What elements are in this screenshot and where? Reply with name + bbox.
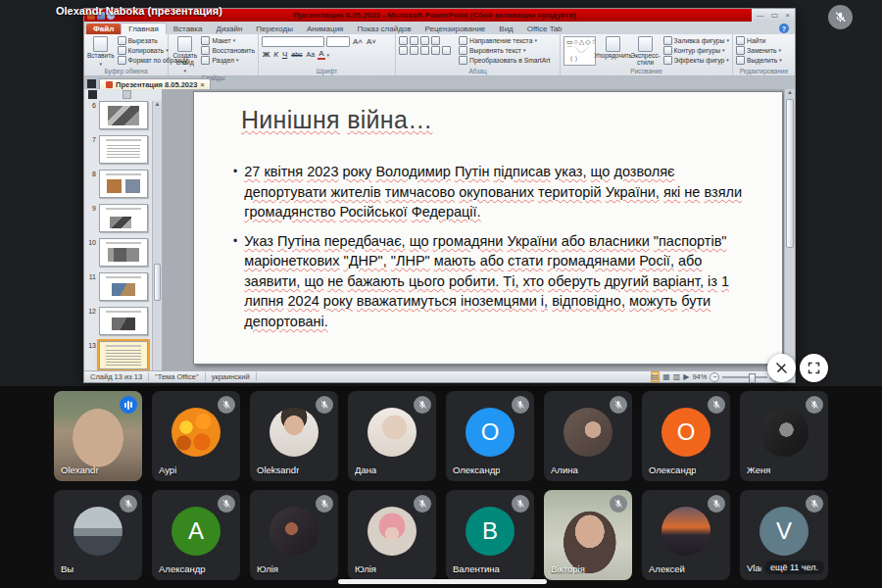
restore-button[interactable]: ▭ — [771, 12, 779, 20]
slide-thumbnail[interactable]: 10 — [88, 238, 162, 267]
thumbnails-scrollbar[interactable]: ▲ — [152, 101, 162, 371]
font-size-select[interactable] — [326, 36, 350, 47]
bullets-icon[interactable] — [399, 36, 408, 45]
participant-tile[interactable]: О Олександр — [446, 391, 534, 481]
change-case-button[interactable]: Аа — [306, 51, 317, 58]
replace-button[interactable]: Заменить▾ — [736, 46, 782, 55]
find-button[interactable]: Найти — [736, 36, 782, 45]
current-slide[interactable]: Нинішня війна… • 27 квітня 2023 року Вол… — [193, 91, 783, 365]
slide-thumbnail[interactable]: 11 — [88, 272, 162, 301]
participant-tile[interactable]: Дана — [348, 391, 436, 481]
align-center-icon[interactable] — [410, 46, 418, 55]
slideshow-button[interactable]: ▶ — [683, 372, 689, 381]
ribbon-tab[interactable]: Office Tab — [520, 24, 569, 34]
participant-tile[interactable]: Olexandr — [54, 391, 142, 481]
participant-tile[interactable]: Алексей — [642, 490, 730, 580]
justify-icon[interactable] — [431, 46, 440, 55]
section-button[interactable]: Раздел▾ — [201, 56, 255, 65]
ribbon-tab[interactable]: Рецензирование — [418, 24, 493, 34]
zoom-slider[interactable] — [722, 376, 767, 378]
shape-fill-button[interactable]: Заливка фигуры▾ — [663, 36, 729, 45]
reading-view-button[interactable]: ▥ — [673, 372, 681, 381]
font-color-button[interactable]: А — [318, 49, 324, 60]
decrease-indent-icon[interactable] — [420, 36, 429, 45]
ribbon-tab[interactable]: Файл — [86, 24, 121, 34]
fullscreen-button[interactable] — [800, 354, 828, 382]
align-left-icon[interactable] — [399, 46, 408, 55]
layout-button[interactable]: Макет▾ — [201, 36, 255, 45]
slide-thumbnail[interactable]: 9 — [88, 204, 162, 232]
bold-button[interactable]: Ж — [262, 50, 270, 59]
ribbon-tab[interactable]: Вставка — [167, 24, 210, 34]
tab-list-icon[interactable] — [87, 79, 96, 88]
select-button[interactable]: Выделить▾ — [736, 56, 782, 65]
underline-button[interactable]: Ч — [281, 50, 288, 59]
slide-thumbnail[interactable]: 6 — [88, 101, 162, 129]
ribbon-tab[interactable]: Вид — [492, 24, 519, 34]
list-buttons[interactable] — [399, 36, 456, 45]
align-right-icon[interactable] — [420, 46, 429, 55]
zoom-out-button[interactable]: − — [710, 372, 719, 382]
ribbon-tab[interactable]: Анимация — [300, 24, 351, 34]
align-text-button[interactable]: Выровнять текст▾ — [459, 46, 550, 55]
italic-button[interactable]: К — [272, 50, 279, 59]
participant-tile[interactable]: Юлія — [348, 490, 436, 580]
status-bar: Слайд 13 из 13 "Тема Office" украинский … — [84, 370, 795, 382]
ribbon-tab[interactable]: Показ слайдов — [350, 24, 417, 34]
ribbon-tab[interactable]: Главная — [121, 23, 166, 34]
participant-tile[interactable]: Женя — [740, 391, 828, 481]
slide-thumbnail[interactable]: 7 — [88, 135, 162, 164]
ribbon-tab[interactable]: Дизайн — [209, 24, 249, 34]
minimize-button[interactable]: — — [757, 12, 764, 20]
slides-pane-tab-icon[interactable] — [88, 90, 97, 99]
font-name-select[interactable] — [262, 36, 324, 47]
ribbon-group-editing: Найти Заменить▾ Выделить▾ Редактирование — [733, 34, 795, 75]
shape-effects-button[interactable]: Эффекты фигур▾ — [663, 56, 729, 65]
ribbon-group-clipboard: Вставить▾ Вырезать Копировать▾ Формат по… — [84, 34, 169, 75]
slide-thumbnail[interactable]: 8 — [88, 170, 162, 198]
shapes-gallery[interactable]: ▭○△◇☆⌒╲╱（） — [564, 36, 596, 66]
tiles-scrollbar[interactable] — [338, 579, 547, 584]
columns-icon[interactable] — [442, 46, 451, 55]
quick-styles-button[interactable]: Экспресс-стили — [631, 36, 661, 67]
participant-tile[interactable]: V Vlady ещё 11 чел. — [740, 490, 828, 580]
help-icon[interactable]: ? — [779, 24, 789, 33]
paste-button[interactable]: Вставить▾ — [87, 36, 115, 67]
participant-tile[interactable]: Вікторія — [544, 490, 632, 580]
close-tab-icon[interactable]: × — [200, 81, 204, 88]
shape-outline-button[interactable]: Контур фигуры▾ — [663, 46, 729, 55]
align-buttons[interactable] — [399, 46, 456, 55]
participant-tile[interactable]: Юлія — [250, 490, 338, 580]
arrange-button[interactable]: Упорядочить — [599, 36, 628, 67]
participant-tile[interactable]: Аурі — [152, 391, 240, 481]
participant-tile[interactable]: Вы — [54, 490, 142, 580]
more-people-badge[interactable]: ещё 11 чел. — [764, 561, 824, 574]
outline-pane-tab-icon[interactable] — [122, 90, 131, 99]
participant-tile[interactable]: Oleksandr — [250, 391, 338, 481]
vertical-scrollbar[interactable]: ▲▲▼ — [784, 89, 795, 371]
participant-name: Олександр — [649, 465, 696, 475]
participant-tile[interactable]: В Валентина — [446, 490, 534, 580]
participant-name: Юлія — [355, 564, 376, 574]
close-button[interactable]: × — [785, 12, 790, 20]
slide-thumbnail[interactable]: 12 — [88, 307, 162, 335]
reset-button[interactable]: Восстановить — [201, 46, 255, 55]
language-indicator[interactable]: украинский — [206, 372, 257, 381]
increase-indent-icon[interactable] — [431, 36, 440, 45]
strikethrough-button[interactable]: abc — [290, 51, 303, 58]
new-slide-button[interactable]: Создать слайд▾ — [172, 36, 198, 74]
annotation-disabled-button[interactable] — [767, 354, 796, 382]
participant-tile[interactable]: А Александр — [152, 490, 240, 580]
avatar-initial: О — [481, 418, 500, 446]
shrink-font-button[interactable]: A˅ — [366, 37, 377, 46]
smartart-button[interactable]: Преобразовать в SmartArt — [459, 56, 550, 65]
participant-tile[interactable]: Алина — [544, 391, 632, 481]
participant-tile[interactable]: О Олександр — [642, 391, 730, 481]
text-direction-button[interactable]: Направление текста▾ — [459, 36, 550, 45]
ribbon-tab[interactable]: Переходы — [249, 24, 300, 34]
slide-sorter-button[interactable]: ▦ — [662, 372, 670, 381]
normal-view-button[interactable]: ▤ — [651, 371, 661, 382]
slide-thumbnail[interactable]: 13 — [88, 341, 162, 369]
grow-font-button[interactable]: A˄ — [352, 37, 364, 46]
numbering-icon[interactable] — [410, 36, 418, 45]
